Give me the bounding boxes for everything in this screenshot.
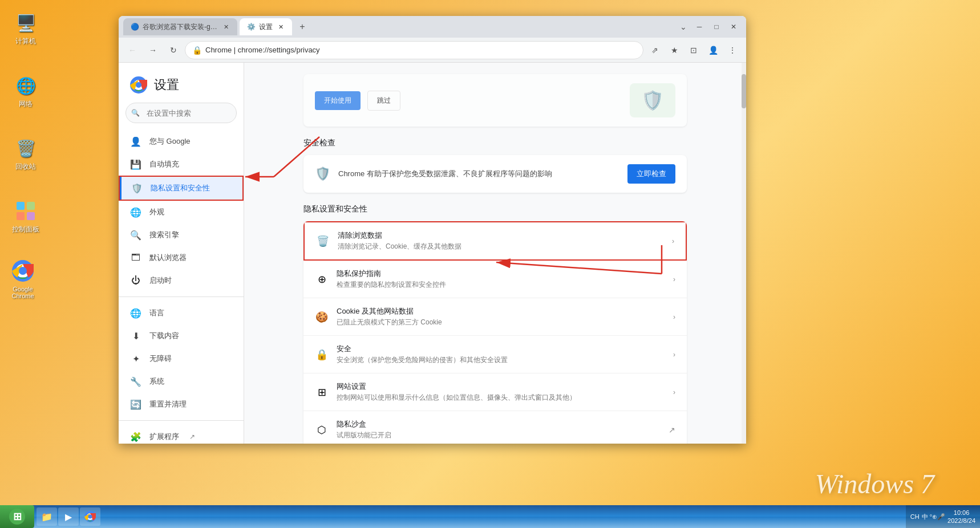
browser-window: 🔵 谷歌浏览器下载安装-google ch... ✕ ⚙️ 设置 ✕ + ⌄ ─… bbox=[119, 16, 746, 444]
sidebar-item-privacy[interactable]: 🛡️ 隐私设置和安全性 bbox=[119, 176, 244, 201]
sidebar-accessibility-label: 无障碍 bbox=[149, 354, 172, 364]
sandbox-text: 隐私沙盒 试用版功能已开启 bbox=[337, 419, 661, 440]
browser-content: 设置 👤 您与 Google 💾 自动填充 🛡️ 隐私设置和安全性 bbox=[119, 63, 746, 444]
sidebar-download-label: 下载内容 bbox=[149, 331, 179, 341]
tab-active[interactable]: ⚙️ 设置 ✕ bbox=[240, 18, 292, 35]
forward-button[interactable]: → bbox=[144, 41, 162, 59]
top-card-button1[interactable]: 开始使用 bbox=[315, 91, 361, 110]
scrollbar-thumb[interactable] bbox=[742, 74, 746, 108]
privacy-list: 🗑️ 清除浏览数据 清除浏览记录、Cookie、缓存及其他数据 › ⊕ 隐私保护… bbox=[303, 221, 687, 444]
privacy-item-clear-browsing[interactable]: 🗑️ 清除浏览数据 清除浏览记录、Cookie、缓存及其他数据 › bbox=[303, 221, 687, 261]
minimize-button[interactable]: ─ bbox=[691, 19, 707, 35]
taskbar-item-media[interactable]: ▶ bbox=[58, 507, 79, 526]
sidebar-item-search[interactable]: 🔍 搜索引擎 bbox=[119, 224, 244, 246]
safety-check-button[interactable]: 立即检查 bbox=[627, 164, 675, 184]
desktop-icon-recycle[interactable]: 🗑️ 回收站 bbox=[6, 137, 46, 172]
sidebar-item-extensions[interactable]: 🧩 扩展程序 ↗ bbox=[119, 425, 244, 444]
settings-title: 设置 bbox=[154, 76, 179, 94]
sidebar-autofill-label: 自动填充 bbox=[149, 159, 179, 169]
sidebar-item-language[interactable]: 🌐 语言 bbox=[119, 302, 244, 324]
address-bar[interactable]: 🔒 Chrome | chrome://settings/privacy bbox=[185, 41, 643, 59]
desktop-icon-network[interactable]: 🌐 网络 bbox=[6, 74, 46, 109]
sidebar-item-reset[interactable]: 🔄 重置并清理 bbox=[119, 393, 244, 416]
security-title: 安全 bbox=[337, 344, 665, 354]
download-icon: ⬇ bbox=[130, 330, 141, 342]
privacy-item-sandbox[interactable]: ⬡ 隐私沙盒 试用版功能已开启 ↗ bbox=[303, 411, 687, 444]
new-tab-button[interactable]: + bbox=[294, 19, 310, 35]
more-menu-button[interactable]: ⋮ bbox=[723, 41, 742, 59]
safety-check-title: 安全检查 bbox=[303, 138, 687, 148]
sidebar-profile-label: 您与 Google bbox=[149, 136, 191, 147]
privacy-item-guide[interactable]: ⊕ 隐私保护指南 检查重要的隐私控制设置和安全控件 › bbox=[303, 261, 687, 298]
tab2-close[interactable]: ✕ bbox=[276, 22, 285, 31]
profile-button[interactable]: 👤 bbox=[704, 41, 722, 59]
maximize-button[interactable]: □ bbox=[708, 19, 724, 35]
desktop-icon-computer[interactable]: 🖥️ 计算机 bbox=[6, 11, 46, 46]
clear-browsing-arrow: › bbox=[672, 237, 674, 245]
recycle-icon: 🗑️ bbox=[14, 137, 37, 160]
sidebar-reset-label: 重置并清理 bbox=[149, 399, 187, 409]
taskbar-item-chrome[interactable] bbox=[80, 507, 100, 526]
sidebar-system-label: 系统 bbox=[149, 376, 164, 387]
sidebar-item-appearance[interactable]: 🌐 外观 bbox=[119, 201, 244, 224]
svg-rect-1 bbox=[27, 202, 35, 210]
media-taskbar-icon: ▶ bbox=[63, 511, 74, 522]
privacy-item-security[interactable]: 🔒 安全 安全浏览（保护您免受危险网站的侵害）和其他安全设置 › bbox=[303, 336, 687, 373]
svg-text:⊞: ⊞ bbox=[13, 511, 22, 522]
privacy-item-site-settings[interactable]: ⊞ 网站设置 控制网站可以使用和显示什么信息（如位置信息、摄像头、弹出式窗口及其… bbox=[303, 373, 687, 411]
desktop-icon-chrome[interactable]: Google Chrome bbox=[3, 259, 43, 299]
title-bar: 🔵 谷歌浏览器下载安装-google ch... ✕ ⚙️ 设置 ✕ + ⌄ ─… bbox=[119, 16, 746, 38]
explorer-taskbar-icon: 📁 bbox=[41, 511, 52, 522]
settings-search-wrap bbox=[125, 103, 237, 123]
tab-list-button[interactable]: ⌄ bbox=[677, 20, 690, 34]
reset-icon: 🔄 bbox=[130, 399, 141, 410]
search-engine-icon: 🔍 bbox=[130, 229, 141, 241]
sidebar-item-download[interactable]: ⬇ 下载内容 bbox=[119, 324, 244, 347]
desktop-icon-control-panel[interactable]: 控制面板 bbox=[6, 200, 46, 234]
sandbox-icon: ⬡ bbox=[315, 423, 329, 437]
control-panel-icon bbox=[14, 200, 37, 222]
tab1-close[interactable]: ✕ bbox=[221, 22, 230, 31]
close-button[interactable]: ✕ bbox=[726, 19, 742, 35]
top-card-partial: 开始使用 跳过 🛡️ bbox=[303, 74, 687, 127]
sidebar-extensions-label: 扩展程序 bbox=[149, 432, 179, 442]
safety-check-text: Chrome 有助于保护您免受数据泄露、不良扩展程序等问题的影响 bbox=[338, 169, 619, 179]
start-button[interactable]: ⊞ bbox=[0, 505, 34, 528]
sidebar-toggle[interactable]: ⊡ bbox=[685, 41, 703, 59]
accessibility-icon: ✦ bbox=[130, 353, 141, 364]
sidebar-language-label: 语言 bbox=[149, 308, 164, 318]
sidebar-item-autofill[interactable]: 💾 自动填充 bbox=[119, 153, 244, 176]
site-settings-icon: ⊞ bbox=[315, 385, 329, 399]
privacy-sidebar-icon: 🛡️ bbox=[131, 182, 143, 194]
privacy-guide-title: 隐私保护指南 bbox=[337, 269, 665, 279]
cast-button[interactable]: ⇗ bbox=[646, 41, 664, 59]
sidebar-item-startup[interactable]: ⏻ 启动时 bbox=[119, 269, 244, 292]
sidebar-item-accessibility[interactable]: ✦ 无障碍 bbox=[119, 347, 244, 370]
cookies-icon: 🍪 bbox=[315, 310, 329, 324]
taskbar-time: 10:06 2022/8/24 bbox=[947, 509, 975, 525]
tab-inactive[interactable]: 🔵 谷歌浏览器下载安装-google ch... ✕ bbox=[123, 18, 237, 35]
taskbar-tray: CH 中 °⊕🎤 10:06 2022/8/24 bbox=[906, 505, 980, 528]
refresh-button[interactable]: ↻ bbox=[164, 41, 183, 59]
taskbar-item-explorer[interactable]: 📁 bbox=[37, 507, 57, 526]
tray-items: 中 °⊕🎤 bbox=[922, 513, 945, 521]
settings-main: 开始使用 跳过 🛡️ 安全检查 🛡️ Chrome 有助于保护您免受数据泄露、不… bbox=[244, 63, 746, 444]
sidebar-item-profile[interactable]: 👤 您与 Google bbox=[119, 130, 244, 153]
sidebar-startup-label: 启动时 bbox=[149, 275, 172, 286]
settings-search-input[interactable] bbox=[125, 103, 237, 123]
sidebar-item-system[interactable]: 🔧 系统 bbox=[119, 370, 244, 393]
back-button[interactable]: ← bbox=[123, 41, 141, 59]
sidebar-item-default-browser[interactable]: 🗔 默认浏览器 bbox=[119, 246, 244, 269]
network-label: 网络 bbox=[19, 99, 33, 109]
scrollbar-track[interactable] bbox=[742, 63, 746, 444]
secure-icon: 🔒 bbox=[192, 46, 202, 55]
svg-point-6 bbox=[19, 267, 27, 275]
security-subtitle: 安全浏览（保护您免受危险网站的侵害）和其他安全设置 bbox=[337, 355, 665, 365]
chrome-icon bbox=[11, 259, 34, 282]
date-display: 2022/8/24 bbox=[947, 517, 975, 525]
bookmark-button[interactable]: ★ bbox=[665, 41, 683, 59]
top-card-button2[interactable]: 跳过 bbox=[367, 91, 400, 111]
settings-sidebar: 设置 👤 您与 Google 💾 自动填充 🛡️ 隐私设置和安全性 bbox=[119, 63, 244, 444]
privacy-section-title: 隐私设置和安全性 bbox=[303, 204, 687, 214]
privacy-item-cookies[interactable]: 🍪 Cookie 及其他网站数据 已阻止无痕模式下的第三方 Cookie › bbox=[303, 298, 687, 336]
